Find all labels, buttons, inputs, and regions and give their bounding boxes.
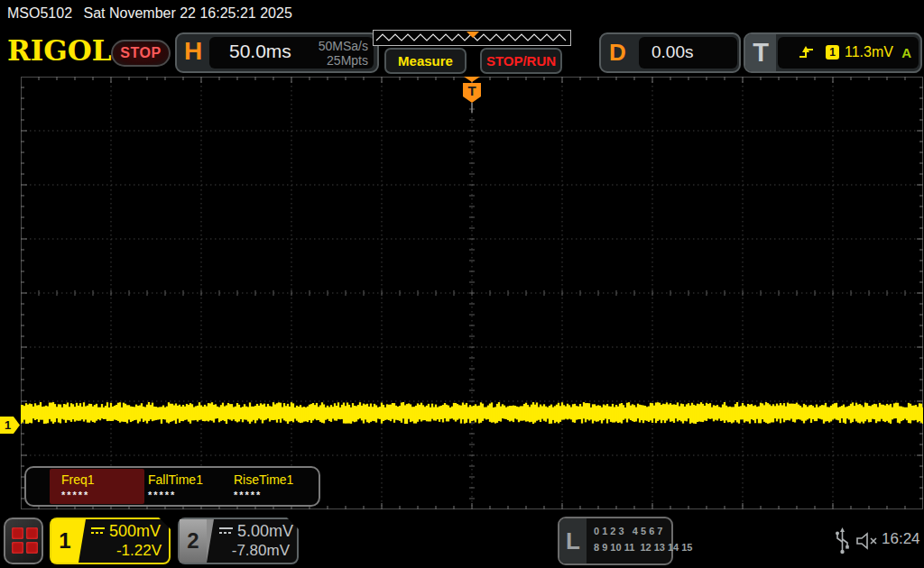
- channel1-level-marker[interactable]: 1: [0, 417, 20, 434]
- channel1-status-block[interactable]: 1 500mV -1.22V: [50, 518, 171, 564]
- clock: 16:24: [882, 530, 920, 548]
- oscilloscope-screen: MSO5102 Sat November 22 16:25:21 2025 RI…: [0, 0, 924, 568]
- menu-icon: [26, 527, 38, 539]
- titlebar: MSO5102 Sat November 22 16:25:21 2025: [0, 0, 924, 27]
- rigol-logo: RIGOL: [7, 32, 112, 69]
- delay-block[interactable]: D 0.00s: [599, 32, 741, 73]
- trigger-label: T: [753, 38, 769, 67]
- channel1-scale: 500mV: [109, 522, 161, 540]
- logic-tab: L: [559, 518, 587, 563]
- measurement-label[interactable]: Freq1: [61, 472, 95, 487]
- channel1-marker-label: 1: [5, 417, 20, 434]
- trigger-block[interactable]: T 1 11.3mV A: [744, 32, 922, 73]
- usb-icon: [835, 527, 850, 554]
- horizontal-settings-block[interactable]: H 50.0ms 50MSa/s 25Mpts: [175, 32, 379, 73]
- horizontal-inset: 50.0ms 50MSa/s 25Mpts: [209, 37, 374, 69]
- channel2-offset: -7.80mV: [232, 542, 290, 560]
- logic-channels-row1: 0 1 2 3 4 5 6 7: [594, 526, 662, 536]
- channel1-number: 1: [59, 528, 70, 553]
- delay-inset: 0.00s: [639, 37, 737, 69]
- dc-coupling-icon: [91, 527, 105, 535]
- channel2-number: 2: [187, 528, 199, 553]
- timebase-value[interactable]: 50.0ms: [229, 41, 291, 62]
- speaker-muted-icon[interactable]: [855, 531, 879, 551]
- stop-run-button[interactable]: STOP/RUN: [480, 48, 562, 74]
- measure-button[interactable]: Measure: [384, 48, 467, 74]
- run-state-label: STOP: [120, 45, 161, 60]
- menu-icon: [26, 542, 38, 554]
- stop-run-button-label: STOP/RUN: [486, 53, 556, 69]
- measurement-value: *****: [234, 490, 262, 500]
- channel2-status-block[interactable]: 2 5.00mV -7.80mV: [178, 518, 299, 564]
- channel1-tab[interactable]: 1: [51, 519, 79, 563]
- graticule[interactable]: [21, 77, 923, 509]
- menu-icon: [12, 527, 23, 539]
- channel2-scale: 5.00mV: [237, 522, 293, 540]
- trigger-sweep-mode: A: [901, 45, 911, 60]
- acquisition-info: 50MSa/s 25Mpts: [319, 39, 368, 68]
- channel2-tab[interactable]: 2: [180, 519, 207, 563]
- logic-label: L: [566, 527, 580, 554]
- menu-icon: [12, 542, 23, 554]
- memory-depth: 25Mpts: [319, 53, 368, 68]
- measurement-value: *****: [61, 490, 89, 500]
- measurement-label[interactable]: RiseTime1: [234, 472, 293, 487]
- delay-value[interactable]: 0.00s: [651, 42, 693, 62]
- channel1-offset: -1.22V: [116, 542, 162, 560]
- dc-coupling-icon: [219, 527, 233, 535]
- logic-channels-row2: 8 9 10 11 12 13 14 15: [594, 542, 693, 553]
- trigger-edge-icon: [798, 44, 816, 60]
- trigger-source-badge: 1: [826, 45, 839, 60]
- run-state-indicator: STOP: [111, 40, 171, 67]
- measurement-value: *****: [148, 490, 176, 500]
- datetime: Sat November 22 16:25:21 2025: [84, 5, 292, 21]
- waveform-preview-strip[interactable]: [373, 30, 571, 46]
- measurement-label[interactable]: FallTime1: [148, 472, 203, 487]
- sample-rate: 50MSa/s: [319, 39, 368, 53]
- logic-analyzer-block[interactable]: L 0 1 2 3 4 5 6 7 8 9 10 11 12 13 14 15: [558, 517, 673, 565]
- preview-trace: [374, 31, 570, 45]
- trigger-tab: T: [745, 34, 776, 71]
- horizontal-label: H: [184, 37, 202, 66]
- trigger-level-value[interactable]: 11.3mV: [845, 44, 893, 60]
- trigger-inset: 1 11.3mV A: [778, 37, 919, 69]
- menu-button[interactable]: [4, 518, 43, 564]
- measure-button-label: Measure: [398, 53, 453, 69]
- measurement-box[interactable]: Freq1 ***** FallTime1 ***** RiseTime1 **…: [24, 466, 320, 507]
- model-name: MSO5102: [7, 5, 72, 21]
- delay-label: D: [609, 39, 626, 67]
